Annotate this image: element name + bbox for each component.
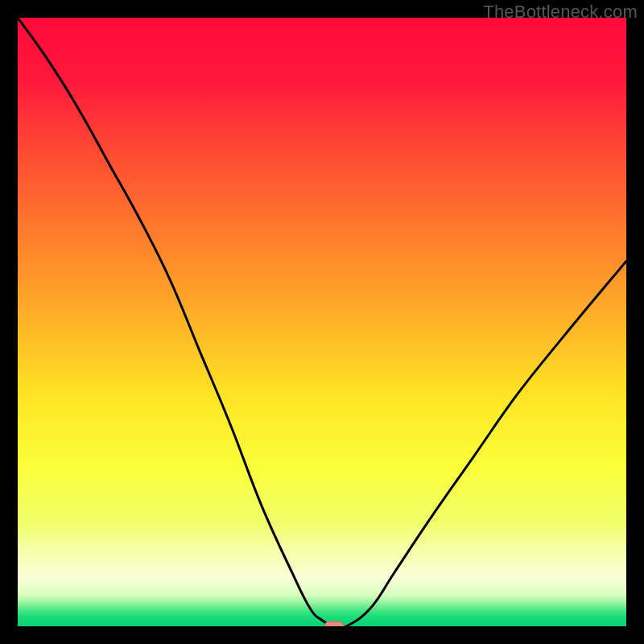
optimum-marker [324, 621, 344, 626]
chart-frame: TheBottleneck.com [0, 0, 644, 644]
chart-svg [18, 18, 626, 626]
plot-area [18, 18, 626, 626]
attribution-text: TheBottleneck.com [483, 2, 638, 23]
gradient-background [18, 18, 626, 626]
